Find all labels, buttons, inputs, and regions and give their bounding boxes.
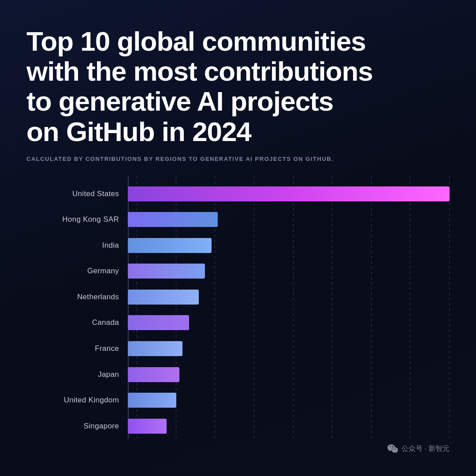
bar-row: Netherlands	[26, 284, 450, 310]
bar-label: Netherlands	[26, 293, 128, 301]
bar-track	[128, 315, 450, 331]
title-line3: to generative AI projects	[26, 86, 333, 116]
footer-text: 公众号 · 新智元	[402, 444, 450, 454]
bar-track	[128, 367, 450, 383]
title-line4: on GitHub in 2024	[26, 116, 251, 147]
bar-fill	[128, 238, 212, 253]
bar-track	[128, 186, 450, 202]
bar-row: Japan	[26, 361, 450, 387]
subtitle-text: CALCULATED BY CONTRIBUTIONS BY REGIONS T…	[26, 155, 335, 164]
bar-label: Japan	[26, 370, 128, 379]
main-container: Top 10 global communities with the most …	[0, 0, 476, 476]
bar-row: France	[26, 336, 450, 362]
bar-row: Germany	[26, 258, 450, 284]
bar-label: India	[26, 241, 128, 250]
bar-track	[128, 392, 450, 408]
bar-label: Singapore	[26, 422, 128, 431]
bar-fill	[128, 212, 218, 227]
bar-row: Hong Kong SAR	[26, 207, 450, 233]
footer: 公众号 · 新智元	[26, 439, 450, 454]
bar-fill	[128, 393, 176, 408]
bar-label: Germany	[26, 267, 128, 275]
bar-label: Canada	[26, 318, 128, 327]
bar-track	[128, 418, 450, 434]
bar-fill	[128, 315, 189, 330]
bar-row: United Kingdom	[26, 387, 450, 413]
bar-fill	[128, 341, 182, 356]
bar-label: United States	[26, 190, 128, 198]
chart-container: United StatesHong Kong SARIndiaGermanyNe…	[26, 176, 450, 439]
bar-fill	[128, 264, 205, 279]
bar-row: Singapore	[26, 413, 450, 439]
bar-fill	[128, 367, 179, 382]
bar-track	[128, 289, 450, 305]
chart-bars-area: United StatesHong Kong SARIndiaGermanyNe…	[26, 176, 450, 439]
bar-track	[128, 212, 450, 227]
bar-label: United Kingdom	[26, 396, 128, 405]
bar-row: Canada	[26, 310, 450, 336]
bar-fill	[128, 419, 167, 434]
bar-track	[128, 263, 450, 279]
bar-track	[128, 341, 450, 357]
bar-fill	[128, 186, 450, 201]
bar-track	[128, 238, 450, 253]
bar-label: France	[26, 344, 128, 353]
bar-row: United States	[26, 181, 450, 207]
title-line1: Top 10 global communities	[26, 26, 366, 56]
bar-row: India	[26, 232, 450, 258]
bar-label: Hong Kong SAR	[26, 215, 128, 224]
title-line2: with the most contributions	[26, 56, 373, 86]
main-title: Top 10 global communities with the most …	[26, 26, 450, 147]
wechat-icon	[387, 443, 398, 454]
bar-fill	[128, 290, 199, 305]
